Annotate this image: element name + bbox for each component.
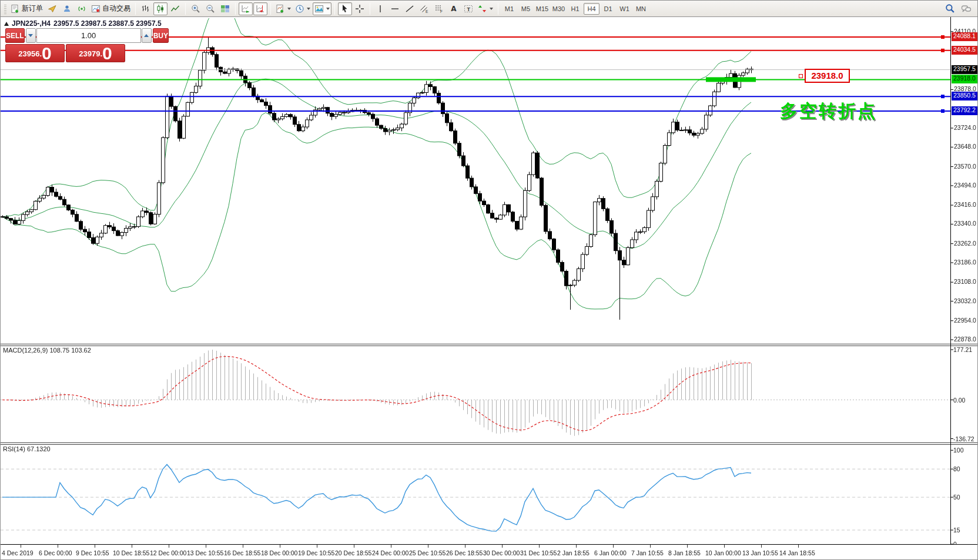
label-icon: T (464, 4, 473, 14)
date-tick (687, 545, 688, 548)
volume-decrease-button[interactable] (26, 28, 36, 43)
cursor-icon (340, 4, 350, 14)
channel-icon: E (420, 4, 429, 14)
turning-point-annotation[interactable]: 多空转折点 (780, 99, 877, 123)
date-label: 31 Dec 10:55 (520, 549, 557, 556)
price-tag-label[interactable]: 23918.0 (805, 69, 850, 83)
periods-caret-icon (307, 8, 310, 10)
toolbar: 新订单 自动交易 (1, 1, 977, 17)
timeframe-h1[interactable]: H1 (567, 3, 583, 15)
date-label: 18 Dec 00:00 (261, 549, 297, 556)
trendline-icon (405, 4, 414, 14)
date-tick (58, 545, 58, 548)
chart-title: JPN225-,H4 23957.5 23987.5 23887.5 23957… (4, 19, 162, 28)
date-tick (95, 545, 95, 548)
svg-text:T: T (467, 6, 471, 12)
date-label: 25 Dec 10:55 (409, 549, 446, 556)
indicators-icon (276, 4, 285, 14)
autotrading-button[interactable]: 自动交易 (89, 2, 132, 15)
volume-input[interactable] (36, 28, 141, 43)
volume-stepper (26, 28, 152, 43)
equidistant-channel-button[interactable]: E (417, 2, 431, 15)
date-tick (724, 545, 725, 548)
trendline-button[interactable] (403, 2, 417, 15)
bars-chart-button[interactable] (139, 2, 153, 15)
text-button[interactable]: A (447, 2, 461, 15)
line-chart-icon (170, 4, 180, 14)
date-label: 13 Dec 10:55 (187, 549, 223, 556)
paper-plane-button[interactable] (45, 2, 59, 15)
chat-button[interactable] (959, 2, 973, 15)
down-arrow-icon (28, 34, 33, 37)
date-label: 6 Dec 00:00 (39, 549, 72, 556)
auto-scroll-button[interactable] (239, 2, 253, 15)
date-label: 13 Jan 10:55 (742, 549, 778, 556)
vertical-line-button[interactable] (373, 2, 387, 15)
date-tick (280, 545, 280, 548)
community-button[interactable] (60, 2, 74, 15)
indicators-button[interactable] (274, 2, 293, 15)
arrows-button[interactable] (476, 2, 495, 15)
cursor-button[interactable] (338, 2, 352, 15)
fibonacci-icon: F (434, 4, 444, 14)
date-label: 26 Dec 18:55 (446, 549, 483, 556)
search-button[interactable] (943, 2, 957, 15)
one-click-trading-panel: SELL BUY 23956.0 23979.0 (5, 28, 125, 62)
timeframe-m15[interactable]: M15 (534, 3, 550, 15)
fibonacci-button[interactable]: F (432, 2, 446, 15)
zoom-in-button[interactable] (189, 2, 203, 15)
buy-button[interactable]: BUY (153, 28, 169, 43)
date-label: 16 Dec 18:55 (224, 549, 260, 556)
arrows-icon (478, 4, 487, 14)
date-label: 4 Dec 2019 (2, 549, 34, 556)
toolbar-drag-handle[interactable] (4, 4, 6, 14)
text-label-button[interactable]: T (461, 2, 475, 15)
periods-button[interactable] (293, 2, 312, 15)
templates-button[interactable] (313, 2, 331, 15)
date-label: 14 Jan 18:55 (779, 549, 815, 556)
zoom-out-button[interactable] (203, 2, 217, 15)
user-cloud-icon (62, 4, 72, 14)
tile-windows-button[interactable] (218, 2, 232, 15)
date-label: 24 Dec 00:00 (372, 549, 408, 556)
date-tick (428, 545, 428, 548)
timeframe-m1[interactable]: M1 (501, 3, 517, 15)
sell-button[interactable]: SELL (5, 28, 25, 43)
autotrading-label: 自动交易 (102, 4, 130, 14)
date-tick (169, 545, 169, 548)
text-icon: A (451, 5, 456, 13)
sell-price-display[interactable]: 23956.0 (5, 44, 65, 62)
date-label: 6 Jan 00:00 (594, 549, 627, 556)
timeframe-h4[interactable]: H4 (584, 3, 599, 15)
mt4-window: 新订单 自动交易 (0, 0, 978, 560)
date-tick (613, 545, 614, 548)
timeframe-w1[interactable]: W1 (617, 3, 632, 15)
date-tick (21, 545, 21, 548)
date-label: 8 Jan 18:55 (668, 549, 701, 556)
macd-label: MACD(12,26,9) 108.75 103.62 (3, 347, 91, 354)
date-label: 10 Jan 00:00 (705, 549, 741, 556)
line-chart-button[interactable] (168, 2, 182, 15)
new-order-button[interactable]: 新订单 (9, 2, 45, 15)
buy-price-display[interactable]: 23979.0 (66, 44, 125, 62)
volume-increase-button[interactable] (142, 28, 152, 43)
timeframe-mn[interactable]: MN (633, 3, 649, 15)
signals-button[interactable] (75, 2, 89, 15)
timeframe-m5[interactable]: M5 (518, 3, 534, 15)
date-label: 20 Dec 18:55 (335, 549, 371, 556)
horizontal-line-button[interactable] (388, 2, 402, 15)
crosshair-button[interactable] (353, 2, 367, 15)
price-tag-anchor-icon (799, 74, 803, 78)
candles-chart-button[interactable] (153, 2, 168, 15)
timeframe-m30[interactable]: M30 (551, 3, 567, 15)
collapse-icon[interactable] (4, 22, 9, 26)
indicators-caret-icon (287, 8, 291, 10)
timeframe-d1[interactable]: D1 (600, 3, 616, 15)
svg-text:F: F (440, 9, 443, 14)
date-tick (317, 545, 317, 548)
chart-shift-button[interactable] (253, 2, 267, 15)
up-arrow-icon (144, 34, 149, 37)
chart-canvas[interactable] (1, 17, 978, 545)
vertical-line-icon (376, 4, 385, 14)
date-tick (761, 545, 762, 548)
